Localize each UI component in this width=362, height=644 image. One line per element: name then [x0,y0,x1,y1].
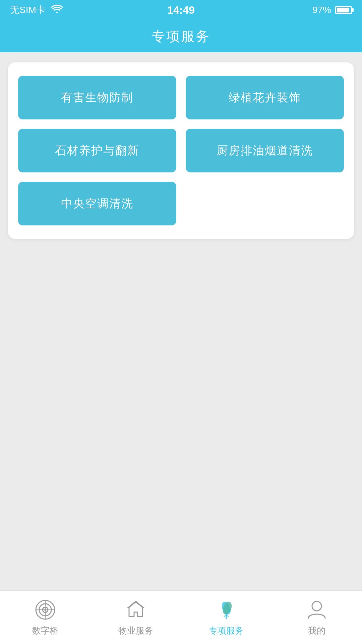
tab-mine-label: 我的 [308,625,325,637]
battery-icon [335,6,352,14]
plant-decor-button[interactable]: 绿植花卉装饰 [186,76,344,119]
digital-bridge-icon [34,598,57,622]
page-title: 专项服务 [152,27,210,46]
status-bar: 无SIM卡 14:49 97% [0,0,362,20]
tab-bar: 数字桥 物业服务 专项服务 [0,590,362,644]
services-grid: 有害生物防制 绿植花卉装饰 石材养护与翻新 厨房排油烟道清洗 中央空调清洗 [18,76,344,225]
page-header: 专项服务 [0,20,362,52]
wifi-icon [51,4,63,16]
status-left: 无SIM卡 [10,4,63,16]
status-right: 97% [312,5,352,15]
ac-clean-button[interactable]: 中央空调清洗 [18,182,176,225]
kitchen-clean-button[interactable]: 厨房排油烟道清洗 [186,129,344,172]
mine-icon [305,598,328,622]
tab-special-service[interactable]: 专项服务 [181,598,272,637]
pest-control-button[interactable]: 有害生物防制 [18,76,176,119]
carrier-text: 无SIM卡 [10,4,46,16]
tab-property-service[interactable]: 物业服务 [90,598,181,637]
tab-property-service-label: 物业服务 [118,625,153,637]
tab-mine[interactable]: 我的 [272,598,362,637]
services-card: 有害生物防制 绿植花卉装饰 石材养护与翻新 厨房排油烟道清洗 中央空调清洗 [8,62,354,239]
tab-digital-bridge-label: 数字桥 [32,625,58,637]
tab-special-service-label: 专项服务 [209,625,244,637]
svg-point-10 [312,601,321,611]
main-content: 有害生物防制 绿植花卉装饰 石材养护与翻新 厨房排油烟道清洗 中央空调清洗 [0,52,362,590]
property-service-icon [124,598,147,622]
special-service-icon [215,598,238,622]
stone-care-button[interactable]: 石材养护与翻新 [18,129,176,172]
battery-percent: 97% [312,5,331,15]
status-time: 14:49 [167,4,195,16]
tab-digital-bridge[interactable]: 数字桥 [0,598,90,637]
svg-marker-6 [127,601,145,608]
